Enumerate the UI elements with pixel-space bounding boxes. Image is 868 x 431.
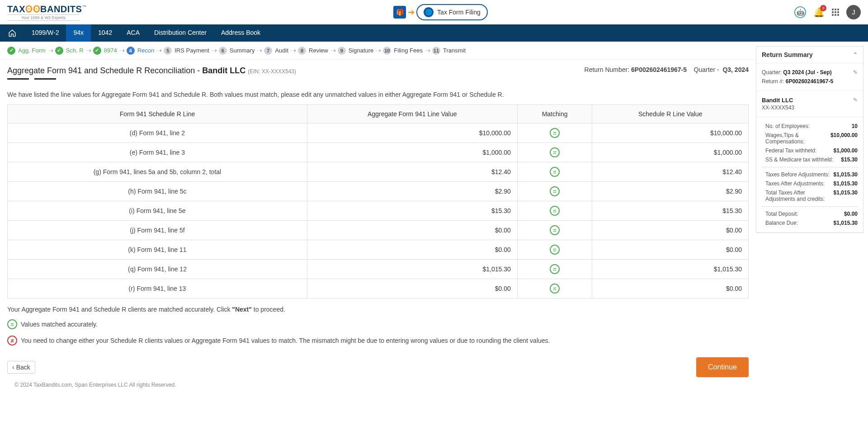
- chevron-up-icon[interactable]: ⌃: [853, 52, 858, 58]
- arrow-icon: ➝: [156, 46, 162, 55]
- nav-bar: 1099/W-294x1042ACADistribution CenterAdd…: [0, 24, 868, 42]
- match-icon: =: [550, 225, 560, 235]
- summary-row: Wages,Tips & Compensations:$10,000.00: [765, 131, 858, 146]
- sidebar-company: Bandit LLC XX-XXXX543 ✎: [756, 91, 863, 117]
- workflow-step-recon[interactable]: 4Recon: [127, 47, 155, 55]
- sidebar-header: Return Summary ⌃: [756, 47, 863, 63]
- arrow-icon: ➝: [85, 46, 91, 55]
- legend-match: = Values matched accurately.: [7, 319, 749, 329]
- nav-item-1042[interactable]: 1042: [91, 24, 119, 42]
- sr-value: $15.30: [592, 201, 749, 221]
- match-cell: =: [517, 260, 592, 279]
- match-cell: =: [517, 143, 592, 162]
- return-info: Return Number: 6P002602461967-5 Quarter …: [585, 66, 749, 73]
- workflow-step-signature[interactable]: 9Signature: [338, 47, 374, 55]
- line-label: (d) Form 941, line 2: [8, 123, 307, 143]
- back-button[interactable]: ‹ Back: [7, 361, 35, 374]
- workflow-step-agg-form[interactable]: ✓Agg. Form: [7, 47, 46, 55]
- line-label: (q) Form 941, line 12: [8, 260, 307, 279]
- line-label: (j) Form 941, line 5f: [8, 221, 307, 240]
- table-row: (h) Form 941, line 5c$2.90=$2.90: [8, 182, 749, 201]
- arrow-icon: ➝: [47, 46, 53, 55]
- match-cell: =: [517, 162, 592, 182]
- table-header: Matching: [517, 105, 592, 123]
- match-cell: =: [517, 201, 592, 221]
- page-title-row: Aggregate Form 941 and Schedule R Reconc…: [7, 66, 749, 83]
- match-cell: =: [517, 279, 592, 298]
- mismatch-icon: ≠: [7, 336, 17, 346]
- summary-row: Balance Due:$1,015.30: [765, 218, 858, 227]
- workflow-step-summary[interactable]: 6Summary: [219, 47, 255, 55]
- tax-form-filing-button[interactable]: 🌐 Tax Form Filing: [416, 4, 488, 20]
- gift-icon[interactable]: 🎁: [393, 6, 406, 19]
- footer: © 2024 TaxBandits.com, Span Enterprises …: [7, 377, 749, 397]
- sr-value: $2.90: [592, 182, 749, 201]
- check-icon: ✓: [7, 47, 15, 55]
- table-row: (r) Form 941, line 13$0.00=$0.00: [8, 279, 749, 298]
- workflow-step-8974[interactable]: ✓8974: [93, 47, 117, 55]
- nav-item-address-book[interactable]: Address Book: [214, 24, 268, 42]
- workflow-step-review[interactable]: 8Review: [298, 47, 328, 55]
- agg-value: $15.30: [307, 201, 517, 221]
- summary-row: No. of Employees:10: [765, 122, 858, 131]
- match-cell: =: [517, 123, 592, 143]
- proceed-text: Your Aggregate Form 941 and Schedule R c…: [7, 306, 749, 313]
- arrow-icon: ➔: [408, 7, 415, 17]
- nav-item-1099-w-2[interactable]: 1099/W-2: [24, 24, 66, 42]
- notification-badge: 0: [820, 5, 826, 11]
- table-header: Schedule R Line Value: [592, 105, 749, 123]
- line-label: (k) Form 941, line 11: [8, 240, 307, 260]
- edit-icon[interactable]: ✎: [853, 69, 858, 76]
- page-title: Aggregate Form 941 and Schedule R Reconc…: [7, 66, 296, 76]
- sr-value: $0.00: [592, 279, 749, 298]
- match-icon: =: [550, 167, 560, 177]
- main-content: Aggregate Form 941 and Schedule R Reconc…: [0, 60, 756, 411]
- logo-text: TAXʘʘBANDITS™: [7, 4, 87, 14]
- sr-value: $0.00: [592, 221, 749, 240]
- sr-value: $10,000.00: [592, 123, 749, 143]
- tax-form-filing-label: Tax Form Filing: [437, 9, 481, 16]
- bottom-actions: ‹ Back Continue: [7, 357, 749, 377]
- check-icon: ✓: [55, 47, 63, 55]
- arrow-icon: ➝: [119, 46, 125, 55]
- nav-item-distribution-center[interactable]: Distribution Center: [147, 24, 214, 42]
- match-icon: =: [550, 245, 560, 255]
- nav-home[interactable]: [0, 24, 24, 42]
- robot-icon[interactable]: 🤖: [794, 6, 806, 18]
- workflow-step-transmit[interactable]: 11Transmit: [432, 47, 466, 55]
- agg-value: $10,000.00: [307, 123, 517, 143]
- chevron-left-icon: ‹: [12, 364, 14, 371]
- nav-item-aca[interactable]: ACA: [119, 24, 147, 42]
- summary-row: Federal Tax withheld:$1,000.00: [765, 146, 858, 155]
- line-label: (h) Form 941, line 5c: [8, 182, 307, 201]
- workflow-step-filing-fees[interactable]: 10Filing Fees: [383, 47, 423, 55]
- agg-value: $0.00: [307, 221, 517, 240]
- edit-icon[interactable]: ✎: [853, 97, 858, 103]
- sr-value: $0.00: [592, 240, 749, 260]
- match-cell: =: [517, 221, 592, 240]
- sr-value: $1,015.30: [592, 260, 749, 279]
- workflow-step-irs-payment[interactable]: 5IRS Payment: [164, 47, 209, 55]
- summary-row: Total Deposit:$0.00: [765, 209, 858, 218]
- avatar[interactable]: J: [846, 5, 861, 19]
- table-header: Form 941 Schedule R Line: [8, 105, 307, 123]
- arrow-icon: ➝: [330, 46, 336, 55]
- return-summary-sidebar: Return Summary ⌃ Quarter: Q3 2024 (Jul -…: [756, 46, 863, 233]
- logo[interactable]: TAXʘʘBANDITS™ Your 1099 & W2 Experts: [7, 4, 87, 21]
- table-row: (j) Form 941, line 5f$0.00=$0.00: [8, 221, 749, 240]
- agg-value: $1,015.30: [307, 260, 517, 279]
- line-label: (e) Form 941, line 3: [8, 143, 307, 162]
- summary-row: Taxes Before Adjustments:$1,015.30: [765, 170, 858, 179]
- workflow-step-audit[interactable]: 7Audit: [264, 47, 288, 55]
- instruction-text: We have listed the line values for Aggre…: [7, 91, 749, 98]
- match-icon: =: [550, 284, 560, 294]
- workflow-step-sch-r[interactable]: ✓Sch. R: [55, 47, 84, 55]
- match-icon: =: [550, 206, 560, 216]
- table-header: Aggregate Form 941 Line Value: [307, 105, 517, 123]
- apps-icon[interactable]: [832, 9, 839, 16]
- notifications-button[interactable]: 🔔 0: [813, 7, 825, 18]
- match-cell: =: [517, 240, 592, 260]
- nav-item-94x[interactable]: 94x: [66, 24, 91, 42]
- check-icon: ✓: [93, 47, 101, 55]
- continue-button[interactable]: Continue: [696, 357, 749, 377]
